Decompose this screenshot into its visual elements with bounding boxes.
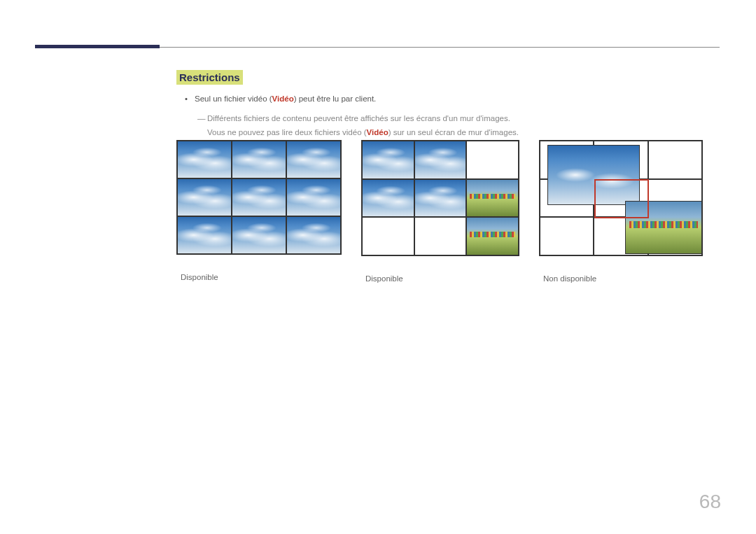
cell-blank xyxy=(540,217,594,255)
section-heading: Restrictions xyxy=(176,70,243,85)
video-field-overlay xyxy=(625,201,702,254)
cell-blank xyxy=(414,217,467,255)
cell-sky xyxy=(286,178,341,216)
sub-note: ―Différents fichiers de contenu peuvent … xyxy=(197,112,722,139)
figure-a-caption: Disponible xyxy=(181,273,342,281)
cell-sky xyxy=(362,179,414,218)
cell-sky xyxy=(177,216,232,254)
bullet-prefix: Seul un fichier vidéo ( xyxy=(195,94,272,103)
figure-c: Non disponible xyxy=(539,140,703,283)
videowall-grid-c xyxy=(539,140,703,256)
page-number: 68 xyxy=(699,491,721,513)
sub-line1-text: Différents fichiers de contenu peuvent ê… xyxy=(207,114,510,122)
cell-sky xyxy=(232,216,286,254)
bullet-keyword: Vidéo xyxy=(272,94,294,103)
sub-line-1: ―Différents fichiers de contenu peuvent … xyxy=(197,112,722,126)
bullet-suffix: ) peut être lu par client. xyxy=(294,94,377,103)
cell-sky xyxy=(286,216,341,254)
cell-sky xyxy=(362,141,414,179)
cell-sky xyxy=(286,141,341,178)
cell-sky xyxy=(414,141,467,179)
cell-blank xyxy=(466,141,519,179)
videowall-grid-a xyxy=(176,140,342,255)
cell-sky xyxy=(177,141,232,178)
sub-line2-prefix: Vous ne pouvez pas lire deux fichiers vi… xyxy=(207,128,367,136)
cell-blank xyxy=(362,217,414,255)
header-rule xyxy=(160,47,720,48)
cell-sky xyxy=(232,141,286,178)
bullet-marker: • xyxy=(185,93,190,105)
header-accent-bar xyxy=(35,45,160,48)
cell-sky xyxy=(177,178,232,216)
figure-c-caption: Non disponible xyxy=(543,274,703,283)
videowall-grid-b xyxy=(361,140,519,256)
cell-field xyxy=(466,179,519,218)
sub-line2-keyword: Vidéo xyxy=(367,128,388,136)
cell-field xyxy=(466,217,519,255)
figure-b-caption: Disponible xyxy=(365,274,519,283)
bullet-item: • Seul un fichier vidéo (Vidéo) peut êtr… xyxy=(185,93,722,105)
sub-line2-suffix: ) sur un seul écran de mur d'images. xyxy=(388,128,519,136)
figure-b: Disponible xyxy=(361,140,519,283)
cell-sky xyxy=(414,179,467,218)
bullet-text: Seul un fichier vidéo (Vidéo) peut être … xyxy=(195,93,376,105)
sub-line-2: Vous ne pouvez pas lire deux fichiers vi… xyxy=(197,126,722,140)
video-sky-overlay xyxy=(547,145,640,205)
cell-blank xyxy=(648,141,702,179)
figure-a: Disponible xyxy=(176,140,342,283)
cell-sky xyxy=(232,178,286,216)
dash-marker: ― xyxy=(197,112,207,126)
figures-row: Disponible Disponible xyxy=(176,140,722,283)
